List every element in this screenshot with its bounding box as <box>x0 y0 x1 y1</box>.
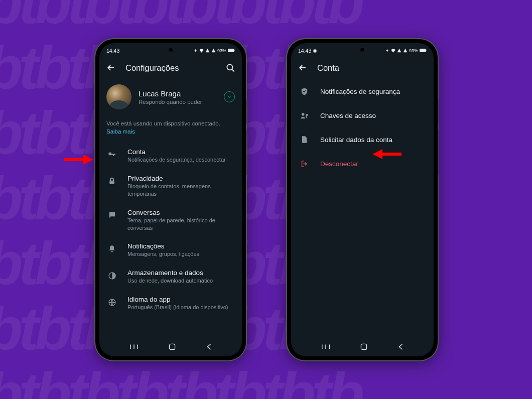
shield-icon <box>299 86 309 96</box>
recents-icon[interactable] <box>321 343 330 350</box>
setting-sub: Bloqueio de contatos, mensagens temporár… <box>127 183 235 198</box>
svg-rect-8 <box>426 50 426 52</box>
document-icon <box>299 135 309 145</box>
qr-icon[interactable] <box>224 91 235 102</box>
avatar <box>106 84 131 109</box>
svg-point-9 <box>301 112 304 115</box>
setting-title: Conta <box>127 148 235 156</box>
home-icon[interactable] <box>168 343 176 351</box>
status-icons: 93% <box>194 48 235 53</box>
bell-icon <box>106 243 117 254</box>
search-icon[interactable] <box>225 62 236 73</box>
learn-more-link[interactable]: Saiba mais <box>106 128 135 135</box>
setting-conta[interactable]: Conta Notificações de segurança, descone… <box>99 143 242 169</box>
setting-title: Notificações <box>127 242 235 250</box>
annotation-arrow-right <box>371 148 402 160</box>
setting-privacidade[interactable]: Privacidade Bloqueio de contatos, mensag… <box>99 169 242 203</box>
lock-icon <box>106 176 117 187</box>
connected-device-notice: Você está usando um dispositivo conectad… <box>99 116 242 143</box>
setting-sub: Português (Brasil) (idioma do dispositiv… <box>127 304 235 311</box>
setting-title: Idioma do app <box>127 296 235 303</box>
back-nav-icon[interactable] <box>397 343 404 350</box>
setting-sub: Uso de rede, download automático <box>127 277 235 285</box>
account-item-label: Chaves de acesso <box>320 112 376 119</box>
account-disconnect[interactable]: Desconectar <box>291 152 434 176</box>
back-icon[interactable] <box>105 62 116 73</box>
phone-settings: 14:43 93% Configurações Lucas Braga <box>95 39 246 360</box>
phone-account: 14:43 93% Conta Notificações de seguranç… <box>287 39 438 360</box>
setting-notificacoes[interactable]: Notificações Mensagens, grupos, ligações <box>99 237 242 263</box>
account-item-label: Solicitar dados da conta <box>320 136 392 144</box>
svg-rect-0 <box>228 49 234 52</box>
setting-sub: Tema, papel de parede, histórico de conv… <box>127 217 235 232</box>
setting-title: Armazenamento e dados <box>127 269 235 277</box>
svg-rect-1 <box>234 50 234 52</box>
home-icon[interactable] <box>360 343 368 351</box>
back-nav-icon[interactable] <box>206 343 212 350</box>
passkey-icon <box>299 110 309 120</box>
account-security-notifications[interactable]: Notificações de segurança <box>291 79 434 103</box>
account-request-data[interactable]: Solicitar dados da conta <box>291 127 434 152</box>
svg-rect-6 <box>314 49 317 52</box>
setting-title: Conversas <box>127 209 235 216</box>
status-icons: 93% <box>385 48 427 53</box>
header: Conta <box>291 56 434 79</box>
key-icon <box>106 149 117 160</box>
background-pattern: tbtbtbtbtbtbtbtb tbtbtbtbtbtbtbtb tbtbtb… <box>0 0 532 399</box>
setting-title: Privacidade <box>127 175 235 182</box>
svg-rect-7 <box>420 49 426 52</box>
setting-idioma[interactable]: Idioma do app Português (Brasil) (idioma… <box>99 290 242 317</box>
recents-icon[interactable] <box>129 343 139 350</box>
logout-icon <box>299 159 309 169</box>
data-icon <box>106 270 117 281</box>
status-time: 14:43 <box>106 48 119 54</box>
globe-icon <box>106 297 117 308</box>
camera-cutout <box>168 47 173 52</box>
chat-icon <box>106 210 117 221</box>
header: Configurações <box>99 56 242 79</box>
setting-sub: Notificações de segurança, desconectar <box>127 156 235 164</box>
profile-status: Respondo quando puder <box>139 99 217 105</box>
account-item-label: Desconectar <box>320 160 358 168</box>
header-title: Configurações <box>125 63 216 73</box>
account-item-label: Notificações de segurança <box>320 88 400 95</box>
profile-row[interactable]: Lucas Braga Respondo quando puder <box>99 79 242 116</box>
setting-sub: Mensagens, grupos, ligações <box>127 250 235 258</box>
annotation-arrow-left <box>64 154 94 166</box>
camera-cutout <box>360 47 365 52</box>
status-battery: 93% <box>409 48 418 53</box>
status-battery: 93% <box>217 48 226 53</box>
setting-conversas[interactable]: Conversas Tema, papel de parede, históri… <box>99 203 242 237</box>
android-nav-bar <box>291 337 434 356</box>
svg-point-2 <box>227 64 232 70</box>
svg-rect-10 <box>361 344 366 349</box>
header-title: Conta <box>317 63 428 73</box>
profile-name: Lucas Braga <box>139 89 217 98</box>
svg-rect-5 <box>169 344 175 349</box>
back-icon[interactable] <box>297 62 308 73</box>
android-nav-bar <box>99 337 242 356</box>
setting-armazenamento[interactable]: Armazenamento e dados Uso de rede, downl… <box>99 263 242 290</box>
account-passkeys[interactable]: Chaves de acesso <box>291 103 434 127</box>
status-time: 14:43 <box>298 48 311 54</box>
